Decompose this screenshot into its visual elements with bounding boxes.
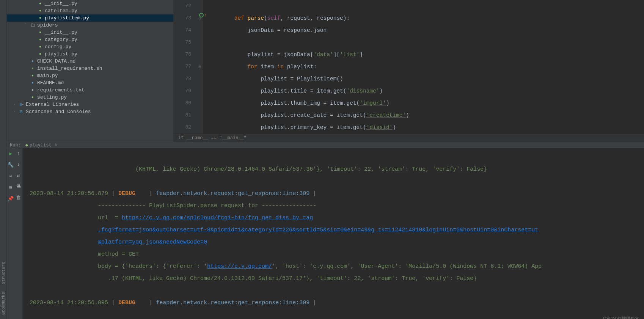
tree-item[interactable]: ●main.py [7,72,173,79]
fold-strip: ⊟⊟ [196,0,203,134]
tree-label: CHECK_DATA.md [37,58,75,64]
fold-marker[interactable] [196,97,203,109]
fold-marker[interactable] [196,24,203,36]
tree-item[interactable]: ●README.md [7,79,173,86]
log-source: feapder.network.request:get_response:lin… [156,300,309,306]
up-icon[interactable]: ↑ [17,151,20,156]
log-timestamp: 2023-08-14 21:20:56.879 [30,190,108,197]
code-line: playlist.title = item.get('dissname') [208,85,644,97]
run-tab-bar: Run: ◆ playlist × [7,142,644,148]
line-number: 76 [174,49,191,61]
code-line: jsonData = response.json [208,24,644,36]
log-line: method = GET [98,251,139,258]
fold-marker[interactable] [196,36,203,49]
line-number: 82 [174,121,191,134]
url-link[interactable]: https://c.y.qq.com/ [207,263,272,270]
tree-label: install_requirement.sh [37,66,102,71]
fold-marker[interactable] [196,0,203,12]
tree-item[interactable]: ●playlist.py [7,50,173,58]
tree-label: spiders [37,22,58,28]
url-link[interactable]: &platform=yqq.json&needNewCode=0 [98,239,207,245]
fold-marker[interactable] [196,49,203,61]
tree-label: setting.py [37,94,67,100]
code-lines[interactable]: def parse(self, request, response): json… [203,0,644,134]
up-arrow-icon[interactable]: ↑ [204,13,207,17]
py-icon: ● [30,74,36,78]
print-icon[interactable]: 🖶 [16,184,21,190]
breadcrumb[interactable]: if __name__ == "__main__" [174,134,644,142]
tree-item[interactable]: ●__init__.py [7,29,173,36]
log-timestamp: 2023-08-14 21:20:56.895 [30,300,108,306]
py-icon: ● [37,30,43,35]
library-icon: ⊪ [18,102,24,108]
tree-item[interactable]: ●__init__.py [7,0,173,7]
py-icon: ● [37,45,43,49]
log-line: .17 (KHTML, like Gecko) Chrome/24.0.1312… [98,275,477,282]
console-wrap: ▶ 🔧 ≡ ⊞ 📌 ↑ ↓ ⇄ 🖶 🗑 (KHTML, like Gecko) … [7,148,644,319]
tree-item[interactable]: ●CHECK_DATA.md [7,58,173,65]
override-icon[interactable] [199,13,204,17]
tree-label: playlist.py [45,51,77,57]
tree-item[interactable]: ●category.py [7,36,173,43]
tree-item[interactable]: ˅🗀spiders [7,22,173,29]
fold-marker[interactable] [196,73,203,85]
line-number: 77 [174,61,191,73]
down-icon[interactable]: ↓ [17,162,20,167]
pin-icon[interactable]: 📌 [8,196,14,202]
line-number: 72 [174,0,191,12]
run-tab-label: playlist [30,143,52,148]
line-number: 73 [174,12,191,24]
tree-item[interactable]: ●install_requirement.sh [7,65,173,72]
code-line: for item in playlist: [208,61,644,73]
tree-item[interactable]: ●cateItem.py [7,7,173,14]
code-line [208,36,644,49]
fold-marker[interactable] [196,109,203,121]
line-number: 78 [174,73,191,85]
fold-marker[interactable] [196,121,203,134]
stop-icon[interactable]: ≡ [9,173,12,179]
tree-item[interactable]: ●requirements.txt [7,86,173,94]
folder-icon: 🗀 [30,22,36,28]
tree-label: category.py [45,37,77,42]
tree-label: requirements.txt [37,87,85,93]
project-tree[interactable]: ●__init__.py●cateItem.py●playlistItem.py… [7,0,174,142]
py-icon: ● [37,38,43,42]
console-toolbar: ▶ 🔧 ≡ ⊞ 📌 ↑ ↓ ⇄ 🖶 🗑 [7,148,23,319]
console-output[interactable]: (KHTML, like Gecko) Chrome/28.0.1464.0 S… [23,148,644,319]
py-icon: ● [37,16,43,20]
line-number: 80 [174,97,191,109]
url-link[interactable]: https://c.y.qq.com/splcloud/fcgi-bin/fcg… [122,215,313,221]
py-icon: ● [37,2,43,6]
fold-marker[interactable]: ⊟ [196,61,203,73]
url-link[interactable]: .fcg?format=json&outCharset=utf-8&picmid… [98,227,538,233]
rerun-icon[interactable]: ▶ [9,151,12,157]
close-icon[interactable]: × [55,143,57,148]
wrap-icon[interactable]: ⇄ [17,173,20,179]
code-line: def parse(self, request, response): [208,12,644,24]
structure-tab[interactable]: Structure [1,262,6,284]
md-icon: ● [30,81,36,85]
tree-item[interactable]: ›⊞Scratches and Consoles [7,108,173,115]
trash-icon[interactable]: 🗑 [16,195,21,201]
log-level: DEBUG [118,190,135,197]
md-icon: ● [30,59,36,63]
code-line: playlist = jsonData['data']['list'] [208,49,644,61]
tree-label: config.py [45,44,71,50]
main-area: ●__init__.py●cateItem.py●playlistItem.py… [7,0,644,319]
fold-marker[interactable] [196,85,203,97]
tree-item[interactable]: ●playlistItem.py [7,14,173,22]
line-number: 75 [174,36,191,49]
code-area: ↑ 7273747576777879808182 ⊟⊟ def parse(se… [174,0,644,134]
log-line: (KHTML, like Gecko) Chrome/28.0.1464.0 S… [30,166,487,173]
bookmarks-tab[interactable]: Bookmarks [1,292,6,314]
run-tab[interactable]: ◆ playlist × [25,142,57,148]
layout-icon[interactable]: ⊞ [9,184,12,190]
tree-item[interactable]: ›⊪External Libraries [7,101,173,108]
log-source: feapder.network.request:get_response:lin… [156,190,309,197]
tree-label: __init__.py [45,1,77,6]
line-number: 79 [174,85,191,97]
tree-item[interactable]: ●setting.py [7,94,173,101]
wrench-icon[interactable]: 🔧 [8,162,14,168]
tree-item[interactable]: ●config.py [7,43,173,50]
log-line: url = [98,215,122,221]
